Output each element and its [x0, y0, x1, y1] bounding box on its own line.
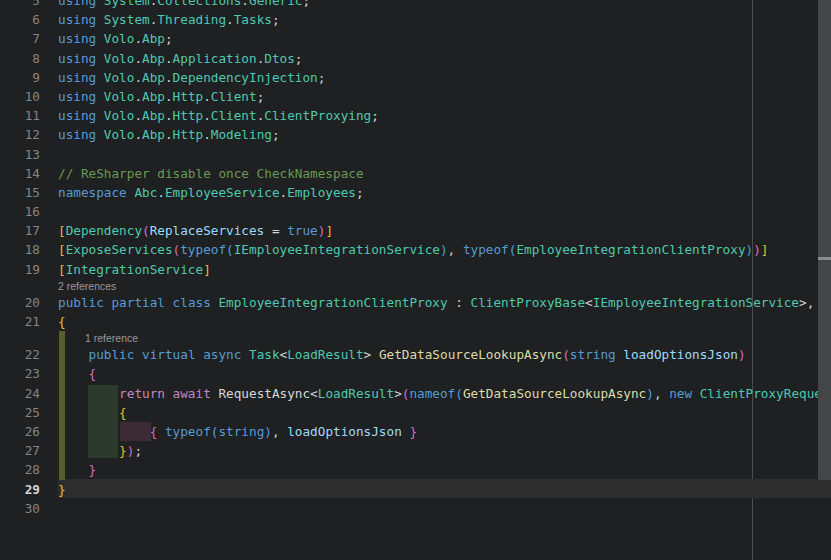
code-token: Abp	[142, 127, 165, 142]
line-number[interactable]: 14	[0, 164, 40, 183]
code-token: ExposeServices	[66, 242, 173, 257]
code-line[interactable]: 7using Volo.Abp;	[0, 29, 831, 48]
line-number[interactable]: 11	[0, 106, 40, 125]
code-line[interactable]: 29}	[0, 480, 831, 499]
code-token: ReplaceServices	[150, 223, 265, 238]
code-line-text: [Dependency(ReplaceServices = true)]	[58, 223, 333, 238]
code-token: .	[226, 12, 234, 27]
code-token: .	[203, 108, 211, 123]
code-line[interactable]: 19[IntegrationService]	[0, 260, 831, 279]
code-token: Collections	[157, 0, 241, 8]
code-token: Abp	[142, 89, 165, 104]
code-token: loadOptionsJson	[623, 347, 738, 362]
codelens-references-link[interactable]: 2 references	[58, 279, 116, 293]
code-token: ;	[295, 51, 303, 66]
code-token: Http	[173, 108, 204, 123]
line-number[interactable]: 24	[0, 384, 40, 403]
code-token: ClientProxyRequestTypeValue	[700, 386, 831, 401]
code-token: ;	[356, 185, 364, 200]
code-token: Volo	[104, 70, 135, 85]
code-token: LoadResult	[318, 386, 394, 401]
line-number[interactable]: 28	[0, 460, 40, 479]
code-token: Abp	[142, 108, 165, 123]
code-token: ]	[203, 262, 211, 277]
line-number[interactable]: 6	[0, 10, 40, 29]
code-line[interactable]: 6using System.Threading.Tasks;	[0, 10, 831, 29]
code-line[interactable]: 22 public virtual async Task<LoadResult>…	[0, 345, 831, 364]
line-number[interactable]: 10	[0, 87, 40, 106]
code-line[interactable]: 8using Volo.Abp.Application.Dtos;	[0, 49, 831, 68]
code-token: .	[165, 108, 173, 123]
line-number[interactable]: 30	[0, 499, 40, 518]
code-line[interactable]: 12using Volo.Abp.Http.Modeling;	[0, 125, 831, 144]
code-token: GetDataSourceLookupAsync	[463, 386, 646, 401]
code-line[interactable]: 9using Volo.Abp.DependencyInjection;	[0, 68, 831, 87]
code-token: await	[173, 386, 211, 401]
line-number[interactable]: 17	[0, 221, 40, 240]
line-number[interactable]: 5	[0, 0, 40, 10]
code-line[interactable]: 28 }	[0, 460, 831, 479]
line-number[interactable]: 9	[0, 68, 40, 87]
code-token: LoadResult	[287, 347, 363, 362]
change-tracking-bar[interactable]	[59, 331, 65, 480]
code-token: Generic	[249, 0, 302, 8]
line-number[interactable]: 19	[0, 260, 40, 279]
code-token: Http	[173, 89, 204, 104]
code-line[interactable]: 23 {	[0, 364, 831, 383]
vertical-scrollbar-thumb[interactable]	[818, 0, 831, 480]
code-token: ,	[654, 386, 669, 401]
code-line[interactable]: 20public partial class EmployeeIntegrati…	[0, 293, 831, 312]
code-line[interactable]: 10using Volo.Abp.Http.Client;	[0, 87, 831, 106]
line-number[interactable]: 16	[0, 202, 40, 221]
line-number[interactable]: 29	[0, 480, 40, 499]
code-line[interactable]: 18[ExposeServices(typeof(IEmployeeIntegr…	[0, 240, 831, 259]
code-token: typeof	[165, 424, 211, 439]
code-line[interactable]: 15namespace Abc.EmployeeService.Employee…	[0, 183, 831, 202]
code-token: new	[669, 386, 692, 401]
code-line[interactable]: 16	[0, 202, 831, 221]
code-line-text: return await RequestAsync<LoadResult>(na…	[58, 386, 831, 401]
code-line[interactable]: 25 {	[0, 403, 831, 422]
codelens-references-link[interactable]: 1 reference	[85, 331, 138, 345]
code-token: Client	[211, 89, 257, 104]
line-number[interactable]: 20	[0, 293, 40, 312]
line-number[interactable]: 13	[0, 145, 40, 164]
line-number[interactable]: 12	[0, 125, 40, 144]
code-line-text: using Volo.Abp.Http.Client;	[58, 89, 264, 104]
code-line[interactable]: 21{	[0, 312, 831, 331]
code-token	[96, 108, 104, 123]
code-token: .	[134, 51, 142, 66]
line-number[interactable]: 23	[0, 364, 40, 383]
code-token	[96, 31, 104, 46]
code-token: string	[570, 347, 616, 362]
code-line[interactable]: 5using System.Collections.Generic;	[0, 0, 831, 10]
line-number[interactable]: 25	[0, 403, 40, 422]
line-number[interactable]: 8	[0, 49, 40, 68]
code-line[interactable]: 14// ReSharper disable once CheckNamespa…	[0, 164, 831, 183]
line-number[interactable]: 22	[0, 345, 40, 364]
code-line[interactable]: 24 return await RequestAsync<LoadResult>…	[0, 384, 831, 403]
code-token: virtual	[142, 347, 195, 362]
code-token: async	[203, 347, 241, 362]
code-token	[58, 386, 119, 401]
code-line[interactable]: 30	[0, 499, 831, 518]
code-line[interactable]: 17[Dependency(ReplaceServices = true)]	[0, 221, 831, 240]
code-token: )	[753, 242, 761, 257]
code-line-text: using System.Collections.Generic;	[58, 0, 310, 8]
code-token	[165, 295, 173, 310]
line-number[interactable]: 15	[0, 183, 40, 202]
code-token: ;	[272, 127, 280, 142]
code-line[interactable]: 26 { typeof(string), loadOptionsJson }	[0, 422, 831, 441]
code-line[interactable]: 11using Volo.Abp.Http.Client.ClientProxy…	[0, 106, 831, 125]
line-number[interactable]: 18	[0, 240, 40, 259]
code-line-text: using Volo.Abp.Http.Modeling;	[58, 127, 280, 142]
line-number[interactable]: 26	[0, 422, 40, 441]
code-token: ;	[302, 0, 310, 8]
code-token: .	[165, 127, 173, 142]
code-token	[96, 127, 104, 142]
line-number[interactable]: 7	[0, 29, 40, 48]
line-number[interactable]: 27	[0, 441, 40, 460]
code-line[interactable]: 27 });	[0, 441, 831, 460]
code-line[interactable]: 13	[0, 145, 831, 164]
line-number[interactable]: 21	[0, 312, 40, 331]
